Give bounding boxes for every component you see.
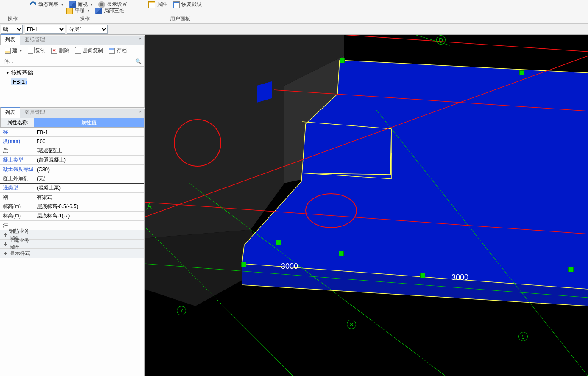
prop-value[interactable]: 现浇混凝土 — [34, 146, 144, 156]
floorcopy-icon — [75, 48, 81, 54]
select-category[interactable]: 础 — [1, 25, 23, 34]
grip[interactable] — [241, 262, 246, 267]
prop-name: 凝土强度等级 — [0, 165, 34, 174]
prop-row[interactable]: 凝土强度等级(C30) — [0, 165, 144, 174]
close-icon[interactable]: × — [137, 36, 143, 41]
prop-name: 度(mm) — [0, 137, 34, 146]
prop-value[interactable]: 有梁式 — [34, 193, 144, 202]
prop-name: 别 — [0, 193, 34, 202]
prop-group[interactable]: 显示样式 — [0, 249, 144, 258]
prop-group[interactable]: 土建业务属性 — [0, 240, 144, 249]
refresh-icon — [30, 1, 36, 8]
prop-value[interactable]: 500 — [34, 137, 144, 146]
prop-name: 送类型 — [0, 184, 34, 193]
axis-label-a: A — [147, 203, 152, 210]
prop-group-value — [34, 240, 144, 249]
prop-row[interactable]: 送类型(混凝土泵) — [0, 184, 144, 193]
archive-icon — [109, 48, 115, 54]
btn-copy[interactable]: 复制 — [25, 46, 48, 55]
axis-bubble-9: 9 — [518, 332, 528, 341]
prop-row[interactable]: 标高(m)层底标高-0.5(-6.5) — [0, 202, 144, 212]
viewport-3d[interactable]: A D 7 8 9 3000 3000 — [145, 35, 588, 376]
grip[interactable] — [420, 273, 425, 278]
prop-name: 标高(m) — [0, 212, 34, 221]
select-layer[interactable]: 分层1 — [67, 25, 108, 34]
prop-group-name: 显示样式 — [0, 249, 34, 258]
ribbon-group-ops: 操作 — [30, 14, 139, 22]
prop-row[interactable]: 质现浇混凝土 — [0, 146, 144, 156]
ribbon-group-userpanel: 用户面板 — [148, 14, 212, 22]
tab-layer-manage[interactable]: 图层管理 — [20, 107, 50, 118]
ribbon: 操作 动态观察 俯视 显示设置 平移 局部三维 操作 属性 恢复默认 用户面板 — [0, 0, 588, 24]
search-input[interactable] — [4, 58, 135, 64]
select-component[interactable]: FB-1 — [25, 25, 65, 34]
reset-icon — [173, 1, 180, 8]
prop-name: 标高(m) — [0, 202, 34, 212]
prop-value[interactable]: (普通混凝土) — [34, 156, 144, 165]
btn-new[interactable]: 建 — [2, 46, 24, 55]
axis-bubble-d: D — [436, 35, 446, 45]
ribbon-group-ops0: 操作 — [4, 14, 21, 22]
delete-icon — [51, 48, 57, 54]
prop-row[interactable]: 标高(m)层底标高-1(-7) — [0, 212, 144, 221]
grip[interactable] — [339, 251, 344, 256]
prop-row[interactable]: 凝土外加剂(无) — [0, 174, 144, 184]
btn-reset-default[interactable]: 恢复默认 — [173, 1, 202, 8]
btn-local3d[interactable]: 局部三维 — [95, 7, 124, 14]
btn-floor-copy[interactable]: 层间复制 — [72, 46, 106, 55]
axis-bubble-7: 7 — [177, 306, 186, 315]
viewport-svg — [145, 35, 588, 376]
prop-name: 质 — [0, 146, 34, 156]
prop-value[interactable]: (C30) — [34, 165, 144, 174]
grip[interactable] — [276, 240, 281, 245]
tab-list[interactable]: 列表 — [0, 34, 20, 45]
prop-name: 称 — [0, 128, 34, 137]
dimension-2: 3000 — [451, 273, 468, 282]
close-icon[interactable]: × — [137, 109, 143, 114]
prop-value[interactable]: FB-1 — [34, 128, 144, 137]
prop-header-name: 属性名称 — [0, 118, 34, 128]
copy-icon — [28, 48, 33, 54]
axis-bubble-8: 8 — [347, 320, 356, 329]
prop-value[interactable]: (混凝土泵) — [34, 184, 144, 193]
expand-icon[interactable] — [3, 232, 7, 237]
search-icon[interactable]: 🔍 — [135, 58, 142, 64]
btn-properties[interactable]: 属性 — [148, 1, 167, 8]
tree-item-fb1[interactable]: FB-1 — [11, 78, 142, 86]
tab-proplist[interactable]: 列表 — [0, 107, 20, 118]
prop-name: 凝土外加剂 — [0, 174, 34, 184]
prop-group-value — [34, 230, 144, 240]
prop-name: 凝土类型 — [0, 156, 34, 165]
prop-row[interactable]: 别有梁式 — [0, 193, 144, 202]
panel-properties: 列表 图层管理 × 属性名称 属性值 称FB-1度(mm)500质现浇混凝土凝土… — [0, 109, 145, 376]
tab-drawing-manage[interactable]: 图纸管理 — [20, 34, 50, 45]
btn-delete[interactable]: 删除 — [49, 46, 72, 55]
expand-icon[interactable] — [3, 242, 7, 247]
btn-archive[interactable]: 存档 — [106, 46, 129, 55]
prop-header-value: 属性值 — [34, 118, 144, 128]
svg-line-9 — [344, 35, 588, 52]
prop-value[interactable]: 层底标高-0.5(-6.5) — [34, 202, 144, 212]
grip[interactable] — [568, 267, 574, 272]
prop-row[interactable]: 称FB-1 — [0, 128, 144, 137]
prop-group-name: 土建业务属性 — [0, 240, 34, 249]
dimension-1: 3000 — [281, 262, 298, 271]
expand-icon[interactable] — [3, 251, 8, 256]
properties-icon — [148, 1, 155, 8]
prop-value[interactable]: 层底标高-1(-7) — [34, 212, 144, 221]
new-icon — [5, 48, 11, 54]
prop-group-value — [34, 249, 144, 258]
cube-icon — [95, 8, 102, 14]
grip[interactable] — [340, 58, 345, 63]
panel-component-list: 列表 图纸管理 × 建 复制 删除 层间复制 存档 🔍 ▾ 筏板基础 FB-1 — [0, 36, 145, 108]
prop-value[interactable]: (无) — [34, 174, 144, 184]
tree-root[interactable]: ▾ 筏板基础 — [3, 68, 142, 78]
toolbar-selects: 础 FB-1 分层1 — [0, 24, 588, 35]
btn-pan[interactable]: 平移 — [66, 7, 89, 14]
prop-row[interactable]: 度(mm)500 — [0, 137, 144, 146]
prop-row[interactable]: 凝土类型(普通混凝土) — [0, 156, 144, 165]
pan-icon — [66, 8, 73, 14]
grip[interactable] — [519, 70, 524, 75]
prop-value[interactable] — [34, 221, 144, 230]
